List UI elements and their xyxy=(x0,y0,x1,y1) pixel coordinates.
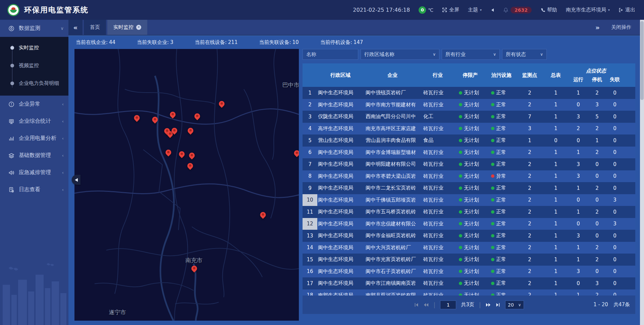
column-header[interactable]: 行业 xyxy=(421,63,454,87)
chevron-left-icon: ‹ xyxy=(62,153,64,158)
close-operations-button[interactable]: 关闭操作 xyxy=(611,24,631,31)
table-row[interactable]: 12阆中生态环境局阆中市忠信建材有限公砖瓦行业无计划正常21003 xyxy=(303,218,635,230)
sidebar-subitem-power-load-detail[interactable]: 企业电力负荷明细 xyxy=(0,74,68,92)
table-row[interactable]: 1阆中生态环境局阆中强锐页岩砖厂砖瓦行业无计划正常21120 xyxy=(303,87,635,99)
column-header[interactable]: 停限产 xyxy=(454,63,486,87)
map-marker-icon[interactable] xyxy=(188,128,194,133)
table-row[interactable]: 16阆中生态环境局阆中市石子页岩机砖厂砖瓦行业无计划正常21300 xyxy=(303,266,635,278)
table-row[interactable]: 10阆中生态环境局阆中千佛镇五郎垭页岩砖瓦行业无计划正常21003 xyxy=(303,194,635,206)
table-row[interactable]: 11阆中生态环境局阆中市五马桥页岩机砖砖瓦行业无计划正常21120 xyxy=(303,206,635,218)
map-marker-icon[interactable] xyxy=(189,153,195,158)
region-select[interactable]: 行政区域名称∨ xyxy=(361,49,439,60)
column-subheader[interactable]: 停机 xyxy=(588,76,606,83)
status-select[interactable]: 所有状态∨ xyxy=(502,49,547,60)
map-marker-icon[interactable] xyxy=(170,112,176,117)
sidebar-subitem-video-monitor[interactable]: 视频监控 xyxy=(0,57,68,74)
map-panel[interactable]: 巴中市南充市遂宁市 xyxy=(74,49,299,321)
status-dot-icon xyxy=(459,139,462,142)
table-row[interactable]: 9阆中生态环境局阆中市二龙长宝页岩砖砖瓦行业无计划正常21120 xyxy=(303,182,635,194)
cell-region: 阆中生态环境局 xyxy=(317,158,364,170)
map-marker-icon[interactable] xyxy=(294,150,299,156)
fullscreen-button[interactable]: 全屏 xyxy=(442,7,459,13)
cell-production-limit: 无计划 xyxy=(454,147,486,159)
sidebar-item-data-monitor[interactable]: 数据监测∨ xyxy=(0,20,68,37)
map-collapse-button[interactable] xyxy=(72,175,80,185)
column-header[interactable]: 企业 xyxy=(364,63,421,87)
table-row[interactable]: 8阆中生态环境局阆中市枣碧大梁山页岩砖瓦行业无计划异常21300 xyxy=(303,170,635,182)
cell-stopped: 2 xyxy=(588,289,606,296)
cell-monitor-points: 2 xyxy=(517,182,543,194)
name-search-field[interactable] xyxy=(303,49,358,60)
cell-company: 阆中市金博瑞新型墙材 xyxy=(364,147,421,159)
table-row[interactable]: 3仪陇生态环境局西南油气田分公司川中化工无计划正常71350 xyxy=(303,111,635,123)
tab-realtime-monitor[interactable]: 实时监控 ✕ xyxy=(107,20,147,35)
map-marker-icon[interactable] xyxy=(219,101,225,107)
map-marker-icon[interactable] xyxy=(166,150,171,155)
notifications[interactable]: 2632 xyxy=(503,7,532,13)
cell-running: 3 xyxy=(569,266,588,278)
last-page-button[interactable] xyxy=(496,303,500,307)
page-number-input[interactable] xyxy=(440,301,456,309)
org-dropdown[interactable]: 南充市生态环境局▾ xyxy=(566,7,610,13)
status-dot-icon xyxy=(491,234,494,237)
close-tab-icon[interactable]: ✕ xyxy=(136,25,141,30)
next-page-button[interactable] xyxy=(486,303,491,307)
column-header[interactable]: 治污设施 xyxy=(486,63,517,87)
sidebar-item-emergency-reduction[interactable]: 应急减排管理‹ xyxy=(0,164,68,181)
map-marker-icon[interactable] xyxy=(195,113,200,119)
status-dot-icon xyxy=(459,127,462,130)
map-marker-icon[interactable] xyxy=(152,117,158,122)
cell-disconnected: 0 xyxy=(606,266,623,278)
map-marker-icon[interactable] xyxy=(260,212,266,218)
map-marker-icon[interactable] xyxy=(134,115,140,121)
sidebar-item-enterprise-abnormal[interactable]: 企业异常‹ xyxy=(0,96,68,113)
name-search-input[interactable] xyxy=(306,51,355,57)
table-row[interactable]: 7阆中生态环境局阆中明阳建材有限公司砖瓦行业无计划正常21300 xyxy=(303,158,635,170)
column-header[interactable]: 行政区域 xyxy=(317,63,364,87)
map-marker-icon[interactable] xyxy=(187,163,193,169)
column-header[interactable]: 总表 xyxy=(543,63,569,87)
cell-company: 阆中市五马桥页岩机砖 xyxy=(364,206,421,218)
cell-industry: 砖瓦行业 xyxy=(421,87,454,99)
tabs-scroll-left-button[interactable]: « xyxy=(68,20,83,35)
sidebar-subitem-realtime-monitor[interactable]: 实时监控 xyxy=(0,39,68,57)
sound-toggle[interactable] xyxy=(490,8,494,12)
tabs-scroll-right-button[interactable]: » xyxy=(595,23,600,32)
row-index: 4 xyxy=(303,123,317,135)
column-header[interactable]: 监测点 xyxy=(517,63,543,87)
column-subheader[interactable]: 运行 xyxy=(569,76,588,83)
sidebar-item-log-view[interactable]: 日志查看‹ xyxy=(0,181,68,198)
theme-dropdown[interactable]: 主题▾ xyxy=(468,7,482,13)
table-row[interactable]: 5营山生态环境局营山县润丰肉食品有限食品无计划正常10010 xyxy=(303,134,635,147)
table-row[interactable]: 14阆中生态环境局阆中大兴页岩机砖厂砖瓦行业无计划正常21120 xyxy=(303,242,635,254)
exit-button[interactable]: 退出 xyxy=(619,7,635,13)
filter-row: 行政区域名称∨ 所有行业∨ 所有状态∨ xyxy=(303,49,635,60)
stat-item: 当前在线企业:44 xyxy=(76,39,115,46)
cell-disconnected: 3 xyxy=(606,194,623,206)
cell-company: 阆中市枣碧大梁山页岩 xyxy=(364,170,421,182)
table-row[interactable]: 18南部生态环境局南部县双河页岩砖有限砖瓦行业无计划正常21120 xyxy=(303,289,635,296)
table-row[interactable]: 15阆中生态环境局阆中市光富页岩机砖厂砖瓦行业无计划正常21120 xyxy=(303,254,635,266)
table-row[interactable]: 4高坪生态环境局南充市高坪区王家店建砖瓦行业无计划正常31220 xyxy=(303,123,635,135)
sidebar-item-base-data[interactable]: 基础数据管理‹ xyxy=(0,147,68,164)
sidebar-item-enterprise-statistics[interactable]: 企业综合统计‹ xyxy=(0,113,68,130)
table-row[interactable]: 6阆中生态环境局阆中市金博瑞新型墙材砖瓦行业无计划正常21120 xyxy=(303,147,635,159)
tab-home[interactable]: 首页 xyxy=(84,20,106,35)
sidebar-item-power-analysis[interactable]: 企业用电量分析‹ xyxy=(0,130,68,147)
help-button[interactable]: 帮助 xyxy=(540,7,557,13)
scrollbar-thumb[interactable] xyxy=(640,21,644,100)
table-row[interactable]: 2阆中生态环境局阆中市南方节能建材有砖瓦行业无计划正常21030 xyxy=(303,99,635,111)
page-size-select[interactable]: 20∨ xyxy=(505,301,524,309)
cell-industry: 砖瓦行业 xyxy=(421,99,454,111)
table-row[interactable]: 17阆中生态环境局阆中市江南镇阆南页岩砖瓦行业无计划正常21030 xyxy=(303,277,635,289)
map-marker-icon[interactable] xyxy=(179,151,185,157)
prev-page-button[interactable] xyxy=(423,303,429,307)
column-subheader[interactable]: 失联 xyxy=(606,76,623,83)
industry-select[interactable]: 所有行业∨ xyxy=(442,49,500,60)
page-scrollbar[interactable] xyxy=(640,20,644,325)
first-page-button[interactable] xyxy=(414,303,419,307)
cell-running: 0 xyxy=(569,218,588,230)
map-marker-icon[interactable] xyxy=(192,266,197,271)
map-marker-icon[interactable] xyxy=(172,128,177,133)
table-row[interactable]: 13阆中生态环境局阆中市金福旺页岩机砖砖瓦行业无计划正常21300 xyxy=(303,230,635,242)
